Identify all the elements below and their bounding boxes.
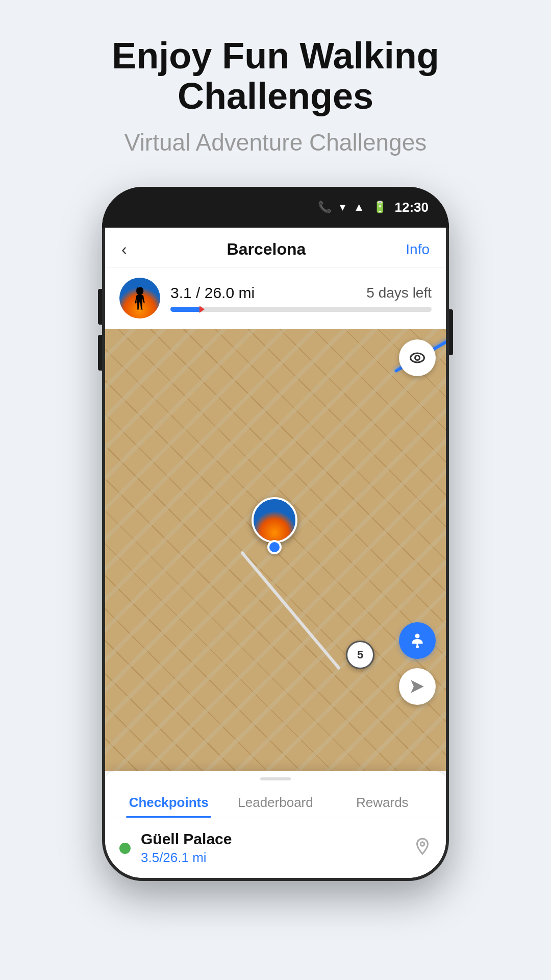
status-bar: 📞 ▾ ▲ 🔋 12:30 (102, 187, 449, 228)
svg-point-6 (420, 842, 424, 846)
info-button[interactable]: Info (406, 241, 430, 258)
wifi-icon: ▾ (340, 201, 345, 214)
map-area[interactable]: 5 (105, 329, 446, 771)
svg-point-2 (415, 634, 420, 639)
progress-indicator (199, 306, 205, 313)
eye-button[interactable] (399, 339, 436, 376)
progress-distance: 3.1 / 26.0 mi (170, 284, 255, 302)
progress-stats: 3.1 / 26.0 mi 5 days left (170, 284, 432, 302)
tab-rewards[interactable]: Rewards (329, 785, 436, 818)
phone-shell: 📞 ▾ ▲ 🔋 12:30 ‹ Barcelona Info 🧍 (102, 187, 449, 881)
checkpoint-completed-dot (119, 843, 131, 854)
battery-icon: 🔋 (373, 201, 387, 214)
svg-point-1 (415, 356, 420, 360)
checkpoint-list-item[interactable]: Güell Palace 3.5/26.1 mi (105, 818, 446, 878)
checkpoint-5-marker: 5 (346, 641, 374, 669)
back-button[interactable]: ‹ (121, 240, 127, 259)
checkpoint-distance: 3.5/26.1 mi (141, 850, 403, 866)
progress-info: 3.1 / 26.0 mi 5 days left (170, 284, 432, 312)
map-avatar-circle (252, 497, 297, 543)
checkpoint-pin-icon (413, 837, 432, 860)
power-button (449, 309, 453, 355)
app-screen-title: Barcelona (227, 240, 306, 259)
map-avatar-image (254, 499, 295, 541)
checkpoint-5-number: 5 (357, 648, 363, 662)
svg-marker-5 (411, 680, 424, 694)
hero-subtitle: Virtual Adventure Challenges (124, 129, 427, 156)
app-header: ‹ Barcelona Info (105, 228, 446, 267)
progress-bar-fill (170, 307, 202, 312)
avatar-silhouette: 🧍 (127, 286, 153, 310)
phone-screen: ‹ Barcelona Info 🧍 3.1 / 26.0 mi 5 days … (105, 228, 446, 878)
progress-bar-background (170, 307, 432, 312)
progress-area: 🧍 3.1 / 26.0 mi 5 days left (105, 267, 446, 329)
status-time: 12:30 (395, 200, 429, 215)
svg-point-3 (416, 645, 419, 648)
tabs-row: Checkpoints Leaderboard Rewards (105, 785, 446, 818)
avatar-image: 🧍 (119, 278, 160, 318)
checkpoint-info: Güell Palace 3.5/26.1 mi (141, 830, 403, 866)
map-location-pin (267, 540, 282, 554)
tab-leaderboard[interactable]: Leaderboard (222, 785, 329, 818)
phone-mockup: 📞 ▾ ▲ 🔋 12:30 ‹ Barcelona Info 🧍 (102, 187, 449, 881)
volume-up-button (98, 289, 102, 325)
sheet-handle (260, 777, 291, 780)
phone-icon: 📞 (318, 201, 332, 214)
svg-point-0 (411, 353, 424, 362)
progress-days: 5 days left (366, 285, 432, 301)
person-location-button[interactable] (399, 622, 436, 659)
navigate-button[interactable] (399, 668, 436, 705)
bottom-sheet: Checkpoints Leaderboard Rewards Güell Pa… (105, 771, 446, 878)
volume-down-button (98, 335, 102, 371)
map-background: 5 (105, 329, 446, 771)
map-user-marker (252, 497, 297, 554)
signal-icon: ▲ (354, 201, 365, 214)
avatar: 🧍 (119, 278, 160, 318)
tab-checkpoints[interactable]: Checkpoints (115, 785, 222, 818)
checkpoint-name: Güell Palace (141, 830, 403, 848)
hero-title: Enjoy Fun Walking Challenges (0, 36, 551, 116)
